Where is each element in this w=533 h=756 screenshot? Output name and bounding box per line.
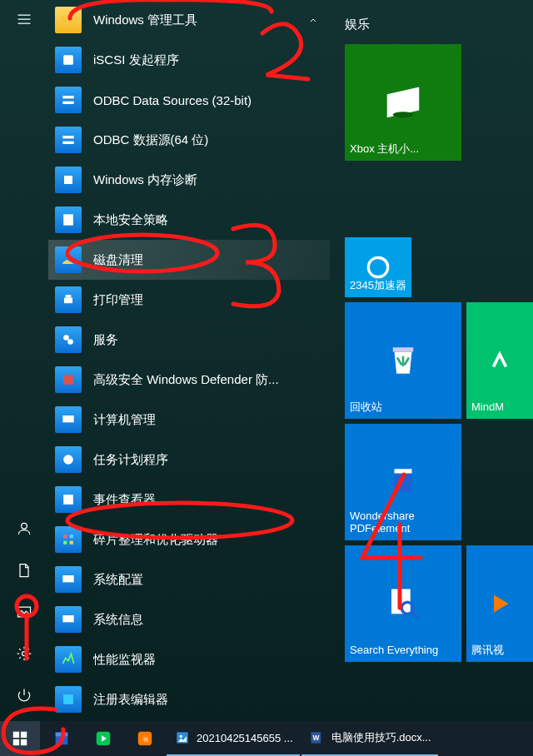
app-eventvwr[interactable]: 事件查看器 bbox=[48, 480, 330, 520]
svg-rect-5 bbox=[62, 102, 73, 104]
svg-text:W: W bbox=[312, 734, 319, 742]
svg-rect-34 bbox=[21, 732, 27, 738]
app-secpol[interactable]: 本地安全策略 bbox=[48, 200, 330, 240]
image-file-icon bbox=[173, 729, 192, 747]
app-msinfo[interactable]: 系统信息 bbox=[48, 599, 330, 639]
app-icon bbox=[55, 286, 82, 313]
search-doc-icon bbox=[380, 580, 426, 627]
tile-tencent-video[interactable]: 腾讯视 bbox=[466, 545, 533, 662]
app-label: 服务 bbox=[93, 332, 330, 348]
svg-rect-27 bbox=[393, 347, 414, 351]
svg-rect-35 bbox=[13, 739, 19, 745]
app-compmgmt[interactable]: 计算机管理 bbox=[48, 400, 330, 440]
taskbar-app-orange[interactable]: 书 bbox=[125, 721, 165, 756]
svg-rect-7 bbox=[62, 142, 73, 144]
app-label: ODBC Data Sources (32-bit) bbox=[93, 93, 330, 107]
app-icon bbox=[55, 406, 82, 433]
tile-label: 回收站 bbox=[345, 400, 461, 414]
hamburger-button[interactable] bbox=[0, 0, 48, 38]
app-memdiag[interactable]: Windows 内存诊断 bbox=[48, 160, 330, 200]
tile-xbox[interactable]: Xbox 主机小... bbox=[345, 44, 461, 161]
app-icon bbox=[55, 686, 82, 713]
app-label: 本地安全策略 bbox=[93, 212, 330, 228]
app-taskschd[interactable]: 任务计划程序 bbox=[48, 440, 330, 480]
tile-mindmaster[interactable]: MindM bbox=[466, 302, 533, 419]
taskbar-pdfelement[interactable] bbox=[42, 721, 82, 756]
tile-search-everything[interactable]: Search Everything bbox=[345, 545, 461, 662]
pictures-icon[interactable] bbox=[0, 593, 48, 631]
app-icon bbox=[55, 326, 82, 353]
app-label: 碎片整理和优化驱动器 bbox=[93, 532, 330, 548]
app-odbc-64[interactable]: ODBC 数据源(64 位) bbox=[48, 120, 330, 160]
app-perfmon[interactable]: 性能监视器 bbox=[48, 639, 330, 679]
tile-group-header[interactable]: 娱乐 bbox=[345, 17, 533, 32]
svg-rect-21 bbox=[70, 541, 73, 545]
app-label: 高级安全 Windows Defender 防... bbox=[93, 372, 330, 388]
app-folder-windows-admin-tools[interactable]: Windows 管理工具 bbox=[48, 0, 330, 40]
app-icon bbox=[55, 446, 82, 473]
tile-label: Wondershare PDFelement bbox=[345, 510, 461, 535]
app-regedit[interactable]: 注册表编辑器 bbox=[48, 679, 330, 719]
svg-rect-17 bbox=[63, 495, 73, 505]
svg-line-32 bbox=[412, 613, 418, 619]
svg-rect-10 bbox=[64, 298, 72, 304]
taskbar-task-image[interactable]: 20210425145655 ... bbox=[167, 721, 300, 756]
settings-icon[interactable] bbox=[0, 634, 48, 673]
tile-label: Xbox 主机小... bbox=[345, 142, 461, 156]
power-icon[interactable] bbox=[0, 676, 48, 714]
app-services[interactable]: 服务 bbox=[48, 320, 330, 360]
taskbar-task-word[interactable]: W 电脑使用技巧.docx... bbox=[301, 721, 438, 756]
app-icon bbox=[55, 246, 82, 273]
task-label: 20210425145655 ... bbox=[197, 732, 293, 744]
tile-label: 腾讯视 bbox=[466, 644, 533, 657]
console-icon bbox=[380, 78, 426, 127]
tile-recycle-bin[interactable]: 回收站 bbox=[345, 302, 461, 419]
app-icon bbox=[55, 366, 82, 393]
app-label: 任务计划程序 bbox=[93, 452, 330, 468]
tile-2345[interactable]: 2345加速器 bbox=[345, 237, 411, 297]
tile-wondershare-pdf[interactable]: Wondershare PDFelement bbox=[345, 424, 461, 540]
svg-rect-15 bbox=[62, 415, 73, 422]
app-icon bbox=[55, 127, 82, 153]
apps-list: Windows 管理工具 iSCSI 发起程序 ODBC Data Source… bbox=[48, 0, 330, 721]
tiles-panel: 娱乐 Xbox 主机小... 2345加速器 回收站 Min bbox=[330, 0, 533, 721]
app-label: 性能监视器 bbox=[93, 652, 330, 668]
svg-rect-36 bbox=[21, 739, 27, 745]
svg-point-16 bbox=[63, 455, 73, 465]
svg-rect-20 bbox=[63, 541, 67, 545]
app-label: 注册表编辑器 bbox=[93, 692, 330, 708]
app-defender-firewall[interactable]: 高级安全 Windows Defender 防... bbox=[48, 360, 330, 400]
app-label: 系统配置 bbox=[93, 572, 330, 588]
start-rail bbox=[0, 0, 48, 721]
svg-rect-22 bbox=[62, 575, 73, 582]
app-label: 磁盘清理 bbox=[93, 252, 330, 268]
taskbar: 书 20210425145655 ... W 电脑使用技巧.docx... bbox=[0, 721, 533, 756]
app-msconfig[interactable]: 系统配置 bbox=[48, 560, 330, 599]
svg-rect-8 bbox=[64, 176, 72, 184]
app-label: ODBC 数据源(64 位) bbox=[93, 132, 330, 148]
svg-rect-9 bbox=[63, 214, 73, 225]
word-icon: W bbox=[308, 729, 326, 747]
user-icon[interactable] bbox=[0, 510, 48, 548]
app-defrag[interactable]: 碎片整理和优化驱动器 bbox=[48, 520, 330, 560]
documents-icon[interactable] bbox=[0, 551, 48, 589]
app-label: 事件查看器 bbox=[93, 492, 330, 508]
svg-rect-19 bbox=[70, 535, 73, 538]
app-folder-label: Windows 管理工具 bbox=[93, 12, 330, 28]
app-icon bbox=[55, 606, 82, 633]
app-label: 打印管理 bbox=[93, 292, 330, 308]
start-button[interactable] bbox=[0, 721, 40, 756]
app-print-mgmt[interactable]: 打印管理 bbox=[48, 280, 330, 320]
app-disk-cleanup[interactable]: 磁盘清理 bbox=[48, 240, 330, 280]
svg-point-2 bbox=[22, 652, 27, 656]
app-label: iSCSI 发起程序 bbox=[93, 52, 330, 68]
taskbar-iqiyi[interactable] bbox=[83, 721, 123, 756]
app-icon bbox=[55, 167, 82, 193]
recycle-bin-icon bbox=[380, 337, 426, 384]
app-odbc-32[interactable]: ODBC Data Sources (32-bit) bbox=[48, 80, 330, 120]
svg-point-0 bbox=[22, 523, 27, 529]
app-iscsi[interactable]: iSCSI 发起程序 bbox=[48, 40, 330, 80]
app-icon bbox=[55, 566, 82, 593]
app-icon bbox=[55, 206, 82, 233]
pdf-icon bbox=[380, 459, 426, 505]
